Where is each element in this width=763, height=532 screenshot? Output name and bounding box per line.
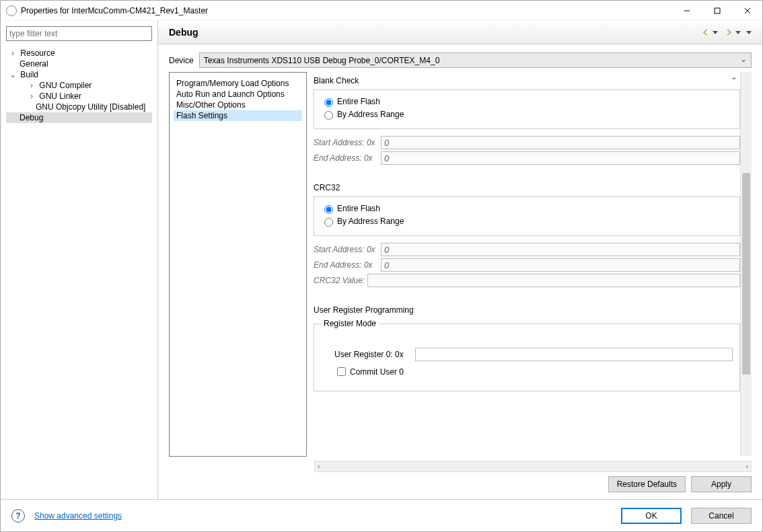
settings-category-list[interactable]: Program/Memory Load Options Auto Run and… — [169, 72, 307, 457]
category-program-memory[interactable]: Program/Memory Load Options — [174, 78, 302, 89]
header-menu-icon[interactable] — [746, 31, 752, 34]
radio-crc-entire-flash[interactable] — [324, 205, 333, 214]
blank-end-label: End Address: 0x — [314, 153, 381, 163]
chevron-right-icon[interactable]: › — [28, 91, 36, 101]
group-blank-check: Entire Flash By Address Range — [314, 89, 740, 129]
nav-back-icon[interactable] — [701, 28, 711, 37]
crc-value-input — [367, 274, 740, 287]
app-icon — [6, 5, 17, 16]
crc-end-label: End Address: 0x — [314, 260, 381, 270]
svg-rect-1 — [715, 8, 720, 13]
register-mode-legend: Register Mode — [321, 319, 379, 328]
page-header: Debug — [158, 21, 762, 44]
title-bar: Properties for InterMcuComm-CM421_Rev1_M… — [1, 1, 762, 21]
property-tree[interactable]: › Resource General ⌄ Build › GNU Compile… — [6, 48, 152, 123]
section-user-reg-title: User Register Programming — [314, 305, 414, 315]
category-tree-pane: › Resource General ⌄ Build › GNU Compile… — [1, 21, 158, 499]
restore-defaults-button[interactable]: Restore Defaults — [608, 476, 686, 492]
maximize-button[interactable] — [702, 1, 732, 20]
group-crc32: Entire Flash By Address Range — [314, 196, 740, 236]
radio-blank-entire-flash[interactable] — [324, 98, 333, 107]
chevron-right-icon[interactable]: › — [9, 48, 17, 58]
device-select[interactable]: Texas Instruments XDS110 USB Debug Probe… — [199, 52, 752, 68]
cancel-button[interactable]: Cancel — [691, 508, 752, 524]
section-crc32-title: CRC32 — [314, 183, 340, 192]
radio-label: By Address Range — [337, 110, 404, 119]
horizontal-scrollbar[interactable]: ‹ › — [314, 461, 752, 472]
filter-input[interactable] — [6, 26, 152, 41]
blank-start-input — [381, 136, 740, 149]
blank-end-input — [381, 151, 740, 165]
category-auto-run[interactable]: Auto Run and Launch Options — [174, 89, 302, 100]
tree-item-build[interactable]: ⌄ Build — [6, 69, 152, 80]
tree-item-gnu-objcopy[interactable]: GNU Objcopy Utility [Disabled] — [6, 102, 152, 112]
help-icon[interactable]: ? — [11, 509, 25, 523]
scroll-left-icon[interactable]: ‹ — [318, 463, 320, 470]
radio-blank-by-address[interactable] — [324, 111, 333, 120]
close-button[interactable] — [732, 1, 762, 20]
checkbox-label: Commit User 0 — [350, 367, 404, 377]
collapse-up-icon[interactable]: ⌃ — [731, 76, 737, 85]
tree-item-general[interactable]: General — [6, 59, 152, 69]
apply-button[interactable]: Apply — [691, 476, 752, 492]
window-title: Properties for InterMcuComm-CM421_Rev1_M… — [21, 6, 671, 15]
blank-start-label: Start Address: 0x — [314, 138, 381, 147]
crc-value-label: CRC32 Value: — [314, 276, 367, 285]
scroll-right-icon[interactable]: › — [746, 463, 748, 470]
radio-label: Entire Flash — [337, 204, 380, 213]
page-title: Debug — [169, 27, 700, 38]
tree-item-resource[interactable]: › Resource — [6, 48, 152, 59]
chevron-down-icon[interactable]: ⌄ — [9, 70, 17, 79]
minimize-button[interactable] — [671, 1, 702, 20]
radio-crc-by-address[interactable] — [324, 218, 333, 227]
user-reg0-label: User Register 0: 0x — [334, 350, 415, 359]
scrollbar-thumb[interactable] — [742, 173, 750, 375]
device-label: Device — [169, 56, 194, 65]
category-misc[interactable]: Misc/Other Options — [174, 100, 302, 110]
checkbox-commit-user0[interactable] — [337, 367, 346, 376]
radio-label: By Address Range — [337, 217, 404, 226]
section-blank-check-title: Blank Check — [314, 76, 359, 85]
crc-start-label: Start Address: 0x — [314, 245, 381, 254]
crc-end-input — [381, 258, 740, 272]
crc-start-input — [381, 243, 740, 256]
radio-label: Entire Flash — [337, 97, 380, 106]
ok-button[interactable]: OK — [621, 508, 682, 524]
tree-item-gnu-linker[interactable]: › GNU Linker — [6, 91, 152, 102]
tree-item-gnu-compiler[interactable]: › GNU Compiler — [6, 80, 152, 91]
settings-panel: Blank Check ⌃ Entire Flash By Address Ra… — [314, 72, 740, 456]
category-flash-settings[interactable]: Flash Settings — [174, 110, 302, 121]
show-advanced-link[interactable]: Show advanced settings — [34, 511, 122, 521]
nav-forward-menu-icon[interactable] — [735, 31, 741, 34]
vertical-scrollbar[interactable] — [740, 72, 752, 456]
chevron-right-icon[interactable]: › — [28, 81, 36, 90]
group-register-mode: Register Mode User Register 0: 0x Commit… — [314, 319, 740, 391]
nav-back-menu-icon[interactable] — [713, 31, 718, 34]
user-reg0-input[interactable] — [415, 348, 733, 361]
nav-forward-icon[interactable] — [724, 28, 733, 37]
device-select-value: Texas Instruments XDS110 USB Debug Probe… — [204, 56, 440, 65]
tree-item-debug[interactable]: Debug — [6, 112, 152, 123]
